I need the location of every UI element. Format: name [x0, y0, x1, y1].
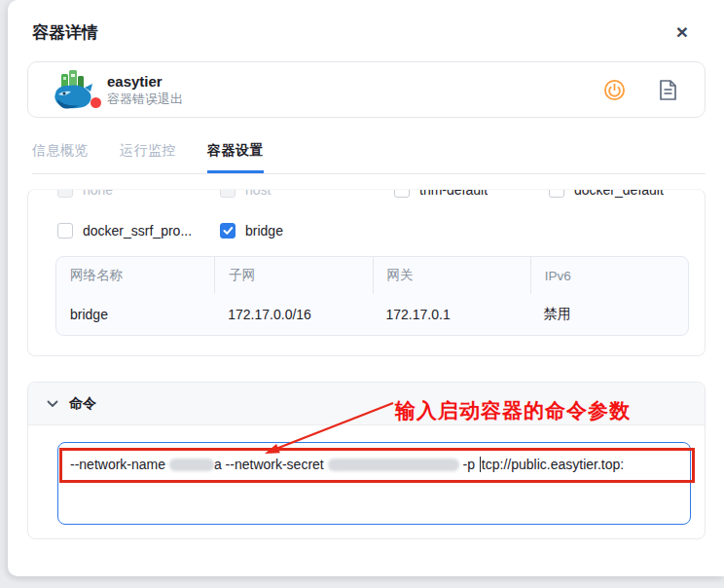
command-section-title: 命令 [69, 395, 96, 413]
network-checkbox-grid: nonehostthm-defaultdocker_defaultdocker_… [57, 189, 690, 239]
table-header-cell: 子网 [214, 257, 372, 294]
text-cursor [480, 457, 481, 472]
container-name: easytier [107, 73, 183, 90]
checkbox-label: host [245, 189, 271, 198]
checkbox-icon [220, 189, 235, 198]
network-option-docker_default[interactable]: docker_default [549, 189, 690, 198]
redacted-blur [169, 459, 214, 471]
redacted-blur [328, 459, 459, 471]
table-header-cell: 网关 [373, 257, 530, 294]
checkbox-icon[interactable] [549, 189, 564, 198]
checkbox-icon[interactable] [57, 223, 73, 239]
table-header-cell: IPv6 [530, 257, 688, 294]
network-option-thm-default[interactable]: thm-default [394, 189, 549, 198]
checkbox-icon [57, 189, 73, 198]
checkbox-label: docker_default [574, 189, 664, 198]
checkbox-label: none [83, 189, 113, 198]
close-icon[interactable]: × [670, 19, 694, 44]
status-dot [90, 97, 101, 108]
command-section-header[interactable]: 命令 [28, 383, 705, 425]
tab-容器设置[interactable]: 容器设置 [207, 142, 264, 173]
command-input[interactable]: --network-name a --network-secret -p tcp… [57, 442, 691, 525]
command-text-segment: -p [459, 457, 479, 472]
network-option-docker_ssrf_pro...[interactable]: docker_ssrf_pro... [57, 223, 220, 239]
command-section-card: 命令 --network-name a --network-secret -p … [27, 382, 706, 539]
table-cell: 禁用 [530, 294, 688, 335]
tab-bar: 信息概览运行监控容器设置 [32, 142, 706, 173]
table-header-cell: 网络名称 [56, 257, 214, 294]
network-settings-card: nonehostthm-defaultdocker_defaultdocker_… [27, 189, 706, 356]
container-status-text: 容器错误退出 [107, 92, 183, 106]
checkbox-label: docker_ssrf_pro... [83, 223, 192, 239]
container-identity: easytier 容器错误退出 [107, 73, 183, 106]
network-table: 网络名称子网网关IPv6 bridge172.17.0.0/16172.17.0… [55, 256, 689, 336]
container-detail-modal: 容器详情 × easytier 容器错误退出 [8, 0, 724, 576]
tab-运行监控[interactable]: 运行监控 [120, 142, 176, 173]
table-row: bridge172.17.0.0/16172.17.0.1禁用 [56, 294, 688, 335]
whale-logo-graphic [52, 68, 94, 111]
tab-信息概览[interactable]: 信息概览 [32, 142, 89, 173]
chevron-down-icon [47, 400, 58, 408]
network-option-none: none [57, 189, 220, 198]
easytier-whale-logo [52, 68, 94, 111]
power-icon[interactable] [603, 79, 626, 101]
modal-header: 容器详情 × [32, 0, 706, 47]
command-text-segment: --network-name [70, 457, 169, 472]
page-title: 容器详情 [32, 23, 98, 42]
checkbox-icon[interactable] [394, 189, 410, 198]
checkbox-label: bridge [245, 223, 283, 239]
table-cell: bridge [56, 294, 214, 335]
network-option-host: host [220, 189, 394, 198]
tab-divider [32, 173, 706, 174]
container-info-card: easytier 容器错误退出 [27, 61, 706, 118]
command-text-segment: tcp://public.easytier.top: [482, 457, 624, 472]
checkbox-label: thm-default [419, 189, 488, 198]
command-text-segment: a --network-secret [214, 457, 328, 472]
checkbox-checked-icon[interactable] [220, 223, 235, 239]
table-cell: 172.17.0.0/16 [214, 294, 372, 335]
table-cell: 172.17.0.1 [373, 294, 530, 335]
network-option-bridge[interactable]: bridge [220, 223, 394, 239]
log-file-icon[interactable] [659, 79, 677, 101]
